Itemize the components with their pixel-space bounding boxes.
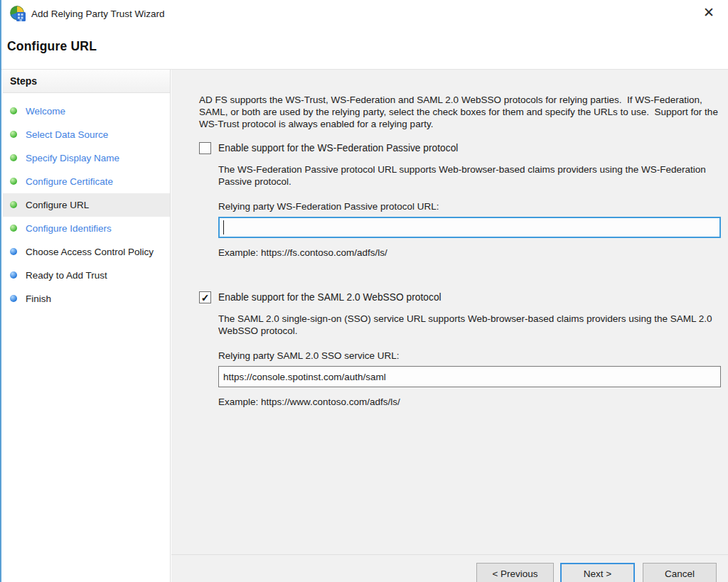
step-label: Configure URL: [26, 198, 89, 212]
wizard-window: Add Relying Party Trust Wizard ✕ Configu…: [0, 0, 728, 582]
step-bullet-blue: [10, 295, 17, 302]
saml-url-input[interactable]: [218, 366, 721, 387]
intro-text: AD FS supports the WS-Trust, WS-Federati…: [199, 94, 722, 130]
sidebar-step-welcome[interactable]: Welcome: [3, 99, 170, 123]
step-label: Choose Access Control Policy: [26, 245, 154, 259]
step-label: Ready to Add Trust: [26, 269, 107, 282]
window-title: Add Relying Party Trust Wizard: [31, 9, 165, 19]
cancel-button[interactable]: Cancel: [643, 563, 717, 582]
step-label: Select Data Source: [26, 128, 108, 141]
saml-url-label: Relying party SAML 2.0 SSO service URL:: [218, 350, 719, 361]
step-label: Welcome: [26, 104, 65, 118]
sidebar-step-configure-url[interactable]: Configure URL: [3, 193, 170, 217]
sidebar-step-finish[interactable]: Finish: [3, 287, 170, 311]
wsfed-checkbox[interactable]: [199, 142, 211, 154]
step-label: Configure Certificate: [26, 175, 113, 188]
steps-header: Steps: [3, 70, 170, 93]
footer-divider: [171, 554, 728, 555]
previous-button[interactable]: < Previous: [476, 563, 554, 582]
step-label: Finish: [26, 292, 51, 306]
step-label: Configure Identifiers: [26, 222, 112, 235]
sidebar-step-ready-to-add-trust[interactable]: Ready to Add Trust: [3, 264, 170, 287]
sidebar-step-choose-access-control-policy[interactable]: Choose Access Control Policy: [3, 240, 170, 264]
step-label: Specify Display Name: [26, 151, 119, 165]
sidebar-step-select-data-source[interactable]: Select Data Source: [3, 123, 170, 146]
saml-checkbox-row: ✓ Enable support for the SAML 2.0 WebSSO…: [199, 291, 719, 303]
step-bullet-green: [10, 154, 17, 161]
saml-checkbox-label[interactable]: Enable support for the SAML 2.0 WebSSO p…: [218, 292, 441, 303]
step-bullet-green: [10, 107, 17, 114]
adfs-wizard-icon: [9, 5, 27, 23]
step-bullet-blue: [10, 271, 17, 279]
wsfed-url-label: Relying party WS-Federation Passive prot…: [218, 201, 719, 212]
sidebar-step-configure-certificate[interactable]: Configure Certificate: [3, 170, 170, 193]
saml-checkbox[interactable]: ✓: [199, 291, 211, 303]
steps-sidebar: Steps WelcomeSelect Data SourceSpecify D…: [3, 70, 171, 582]
text-caret: [223, 220, 224, 235]
saml-example-text: Example: https://www.contoso.com/adfs/ls…: [218, 397, 719, 407]
page-title: Configure URL: [7, 39, 97, 54]
wsfed-checkbox-row: Enable support for the WS-Federation Pas…: [199, 142, 719, 154]
wsfed-description: The WS-Federation Passive protocol URL s…: [218, 163, 724, 188]
step-bullet-green: [10, 131, 17, 138]
saml-description: The SAML 2.0 single-sign-on (SSO) servic…: [218, 313, 724, 337]
step-bullet-green: [10, 201, 17, 208]
step-bullet-blue: [10, 248, 17, 255]
sidebar-step-specify-display-name[interactable]: Specify Display Name: [3, 146, 170, 170]
next-button[interactable]: Next >: [560, 563, 635, 582]
step-bullet-green: [10, 225, 17, 232]
wsfed-url-input[interactable]: [218, 217, 721, 238]
main-panel: AD FS supports the WS-Trust, WS-Federati…: [171, 70, 728, 582]
step-bullet-green: [10, 178, 17, 185]
close-icon[interactable]: ✕: [700, 3, 718, 21]
sidebar-step-configure-identifiers[interactable]: Configure Identifiers: [3, 217, 170, 240]
wsfed-checkbox-label[interactable]: Enable support for the WS-Federation Pas…: [218, 143, 458, 153]
wsfed-example-text: Example: https://fs.contoso.com/adfs/ls/: [218, 247, 719, 258]
steps-list: WelcomeSelect Data SourceSpecify Display…: [3, 93, 170, 311]
titlebar: Add Relying Party Trust Wizard ✕: [3, 0, 728, 28]
